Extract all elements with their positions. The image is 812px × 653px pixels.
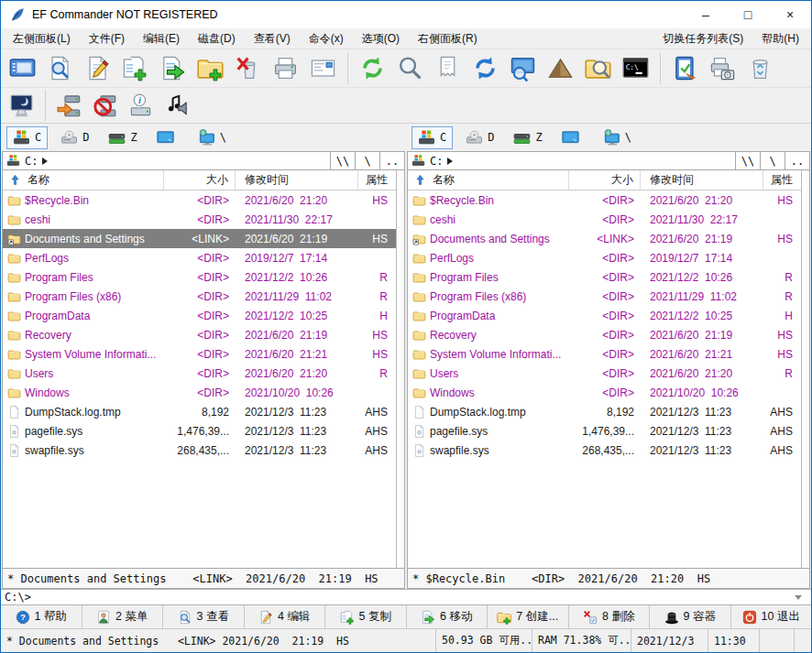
function-key-button[interactable]: 2 菜单	[82, 605, 164, 628]
toolbar-button[interactable]	[4, 51, 41, 86]
menu-item[interactable]: 磁盘(D)	[189, 29, 245, 49]
file-row[interactable]: Program Files (x86) <DIR> 2021/11/29 11:…	[408, 287, 801, 306]
file-row[interactable]: Users <DIR> 2021/6/20 21:20 R	[408, 364, 801, 383]
function-key-button[interactable]: ? 1 帮助	[1, 605, 82, 628]
file-row[interactable]: PerfLogs <DIR> 2019/12/7 17:14	[408, 248, 801, 267]
toolbar-button[interactable]: C:\	[617, 51, 654, 86]
toolbar-button[interactable]	[741, 51, 779, 86]
file-row[interactable]: $Recycle.Bin <DIR> 2021/6/20 21:20 HS	[408, 190, 801, 210]
menu-item[interactable]: 帮助(H)	[752, 29, 808, 49]
toolbar-button[interactable]	[504, 51, 542, 86]
column-header-modified[interactable]: 修改时间	[236, 170, 358, 190]
path-nav-button[interactable]: ..	[379, 152, 404, 169]
file-row[interactable]: swapfile.sys 268,435,... 2021/12/3 11:23…	[3, 441, 396, 460]
toolbar-button[interactable]	[79, 51, 116, 86]
toolbar-button[interactable]	[354, 51, 391, 86]
function-key-button[interactable]: 9 容器	[650, 605, 731, 628]
column-header-size[interactable]: 大小	[569, 170, 641, 190]
function-key-button[interactable]: 6 移动	[407, 605, 488, 628]
close-button[interactable]: ×	[769, 1, 811, 28]
toolbar-button[interactable]	[304, 51, 342, 86]
maximize-button[interactable]: □	[727, 1, 769, 28]
toolbar-button[interactable]	[229, 51, 267, 86]
column-header-size[interactable]: 大小	[164, 170, 236, 190]
drive-button[interactable]: \	[192, 126, 233, 149]
toolbar-button[interactable]	[391, 51, 429, 86]
command-line[interactable]: C:\>	[1, 589, 811, 605]
toolbar-button[interactable]	[154, 51, 192, 86]
file-row[interactable]: $Recycle.Bin <DIR> 2021/6/20 21:20 HS	[3, 190, 396, 210]
file-row[interactable]: ceshi <DIR> 2021/11/30 22:17	[408, 210, 801, 229]
file-row[interactable]: Windows <DIR> 2021/10/20 10:26	[3, 383, 396, 402]
file-row[interactable]: pagefile.sys 1,476,39... 2021/12/3 11:23…	[408, 421, 801, 441]
file-row[interactable]: System Volume Informati... <DIR> 2021/6/…	[3, 344, 396, 364]
drive-button[interactable]	[150, 126, 185, 149]
drive-button[interactable]: \	[597, 126, 638, 149]
column-header-attributes[interactable]: 属性	[763, 170, 801, 190]
path-field[interactable]: C:	[408, 152, 735, 169]
drive-button[interactable]	[555, 126, 590, 149]
toolbar-button[interactable]	[116, 51, 154, 86]
left-scrollbar[interactable]	[396, 170, 404, 568]
command-history-chevron-icon[interactable]	[795, 595, 802, 604]
drive-button[interactable]: Z	[507, 126, 548, 149]
toolbar-button[interactable]: i	[123, 88, 159, 123]
function-key-button[interactable]: 8 删除	[569, 605, 651, 628]
function-key-button[interactable]: 7 创建...	[488, 605, 569, 628]
drive-button[interactable]: C	[6, 126, 48, 149]
path-dropdown-caret-icon[interactable]	[447, 158, 456, 165]
file-row[interactable]: ProgramData <DIR> 2021/12/2 10:25 H	[3, 306, 396, 325]
menu-item[interactable]: 左侧面板(L)	[4, 29, 80, 49]
toolbar-button[interactable]	[267, 51, 304, 86]
menu-item[interactable]: 命令(x)	[300, 29, 353, 49]
toolbar-button[interactable]	[4, 88, 39, 123]
menu-item[interactable]: 选项(O)	[353, 29, 409, 49]
menu-item[interactable]: 查看(V)	[245, 29, 300, 49]
file-row[interactable]: Recovery <DIR> 2021/6/20 21:19 HS	[408, 325, 801, 344]
path-nav-button[interactable]: \	[760, 152, 785, 169]
function-key-button[interactable]: 10 退出	[731, 605, 812, 628]
file-row[interactable]: Windows <DIR> 2021/10/20 10:26	[408, 383, 801, 402]
file-row[interactable]: Program Files (x86) <DIR> 2021/11/29 11:…	[3, 287, 396, 306]
toolbar-button[interactable]	[429, 51, 466, 86]
drive-button[interactable]: Z	[102, 126, 143, 149]
function-key-button[interactable]: 4 编辑	[245, 605, 326, 628]
toolbar-button[interactable]	[192, 51, 229, 86]
drive-button[interactable]: D	[459, 126, 500, 149]
file-row[interactable]: Documents and Settings <LINK> 2021/6/20 …	[3, 229, 396, 248]
file-row[interactable]: ceshi <DIR> 2021/11/30 22:17	[3, 210, 396, 229]
menu-item[interactable]: 编辑(E)	[134, 29, 189, 49]
column-header-attributes[interactable]: 属性	[358, 170, 396, 190]
path-nav-button[interactable]: \\	[735, 152, 760, 169]
function-key-button[interactable]: 3 查看	[163, 605, 245, 628]
file-row[interactable]: Users <DIR> 2021/6/20 21:20 R	[3, 364, 396, 383]
toolbar-button[interactable]	[704, 51, 741, 86]
path-nav-button[interactable]: \\	[330, 152, 355, 169]
minimize-button[interactable]: –	[685, 1, 727, 28]
path-nav-button[interactable]: \	[355, 152, 379, 169]
file-row[interactable]: PerfLogs <DIR> 2019/12/7 17:14	[3, 248, 396, 267]
toolbar-button[interactable]	[41, 51, 79, 86]
column-header-name[interactable]: 名称	[3, 170, 164, 190]
file-row[interactable]: Documents and Settings <LINK> 2021/6/20 …	[408, 229, 801, 248]
toolbar-button[interactable]	[159, 88, 194, 123]
menu-item[interactable]: 右侧面板(R)	[409, 29, 487, 49]
drive-button[interactable]: C	[411, 126, 453, 149]
menu-item[interactable]: 切换任务列表(S)	[653, 29, 752, 49]
file-row[interactable]: DumpStack.log.tmp 8,192 2021/12/3 11:23 …	[408, 402, 801, 421]
toolbar-button[interactable]	[542, 51, 579, 86]
drive-button[interactable]: D	[54, 126, 95, 149]
file-row[interactable]: Program Files <DIR> 2021/12/2 10:26 R	[408, 267, 801, 287]
file-row[interactable]: DumpStack.log.tmp 8,192 2021/12/3 11:23 …	[3, 402, 396, 421]
file-row[interactable]: ProgramData <DIR> 2021/12/2 10:25 H	[408, 306, 801, 325]
menu-item[interactable]: 文件(F)	[80, 29, 134, 49]
file-row[interactable]: swapfile.sys 268,435,... 2021/12/3 11:23…	[408, 441, 801, 460]
toolbar-button[interactable]	[666, 51, 704, 86]
toolbar-button[interactable]	[87, 88, 123, 123]
file-row[interactable]: pagefile.sys 1,476,39... 2021/12/3 11:23…	[3, 421, 396, 441]
right-scrollbar[interactable]	[801, 170, 809, 568]
column-header-name[interactable]: 名称	[408, 170, 569, 190]
column-header-modified[interactable]: 修改时间	[641, 170, 763, 190]
path-dropdown-caret-icon[interactable]	[42, 158, 51, 165]
file-row[interactable]: System Volume Informati... <DIR> 2021/6/…	[408, 344, 801, 364]
